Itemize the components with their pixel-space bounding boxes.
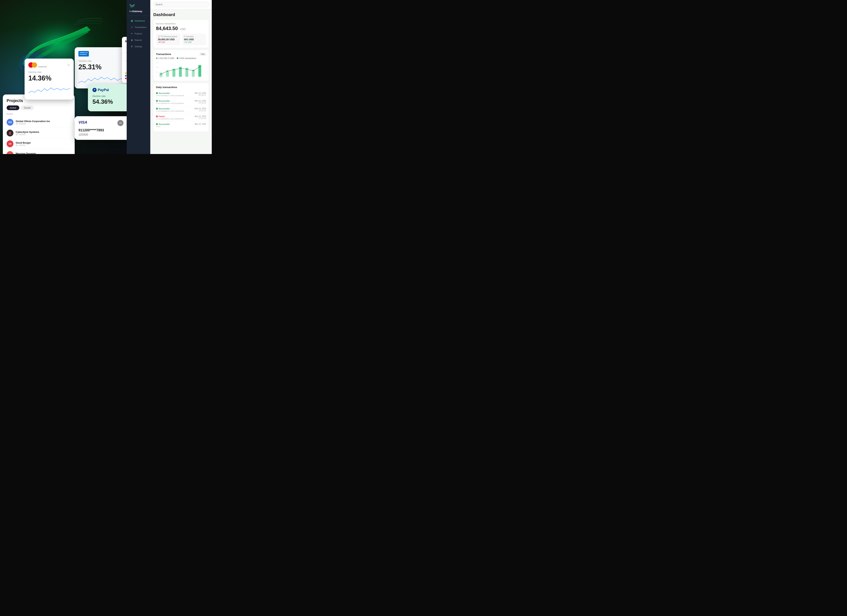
mc-chart bbox=[28, 84, 70, 96]
stat-change-2: +12 USD bbox=[184, 41, 204, 43]
avatar-initials-1: GO bbox=[8, 121, 12, 124]
svg-text:Jan 1: Jan 1 bbox=[159, 77, 162, 78]
project-name-2: Cyberdyne Systems bbox=[16, 131, 71, 133]
main-content: Dashboard Success transactions 84,643.50… bbox=[150, 0, 212, 154]
svg-point-19 bbox=[193, 70, 194, 71]
txn-left-4: ✕ Failed 2715-2a663b3212 4193-2a663b0325 bbox=[156, 115, 195, 120]
brand-name: beGateway bbox=[129, 10, 148, 13]
project-id-2: ID: 743757 bbox=[16, 133, 71, 136]
sidebar-item-dashboard[interactable]: ▦ Dashboard bbox=[128, 18, 149, 24]
project-name-3: Good Burger bbox=[16, 141, 71, 144]
svg-text:2: 2 bbox=[167, 77, 167, 78]
mc-circle-orange bbox=[32, 62, 37, 68]
svg-text:150k: 150k bbox=[156, 62, 159, 63]
dashboard-icon: ▦ bbox=[130, 19, 133, 22]
txn-hash-3: 2715-2a663b3212 4193-2a663b0325 bbox=[156, 110, 195, 112]
transactions-section: Transactions Day 3 312 631.3 USD 3 631 t… bbox=[153, 50, 209, 81]
sidebar-item-settings[interactable]: ⚙ Settings bbox=[128, 43, 149, 50]
amex-card: AMERICANEXPRESS ⚙ Decline rate 25.31% bbox=[75, 47, 128, 88]
svg-text:6: 6 bbox=[192, 77, 193, 78]
projects-card: Projects Active Disabl Project GO Global… bbox=[3, 94, 75, 154]
status-label-3: Successful bbox=[159, 108, 170, 110]
svg-point-14 bbox=[161, 74, 161, 75]
dashboard-body: Dashboard Success transactions 84,643.50… bbox=[150, 9, 212, 135]
svg-point-16 bbox=[173, 69, 174, 70]
right-panel: beGateway ▦ Dashboard ≡ Transactions ✦ P… bbox=[127, 0, 212, 154]
amex-decline-rate: 25.31% bbox=[78, 63, 124, 71]
success-currency: USD bbox=[180, 28, 186, 31]
status-label-5: Successful bbox=[159, 123, 170, 125]
mastercard-card: mastercard ⚙ Decline rate 14.36% bbox=[25, 59, 74, 100]
paypal-decline-rate: 54.36% bbox=[93, 98, 129, 105]
stat-renouncement: 12 737 Renouncement 29,453.20 USD -98 US… bbox=[156, 34, 180, 45]
settings-nav-icon: ⚙ bbox=[130, 45, 133, 48]
transactions-title: Transactions bbox=[156, 53, 171, 56]
dashboard-title: Dashboard bbox=[153, 12, 209, 17]
stat-amount-2: 341 USD bbox=[184, 38, 204, 41]
projects-icon: ✦ bbox=[130, 32, 133, 35]
sidebar-item-transactions[interactable]: ≡ Transactions bbox=[128, 24, 149, 30]
project-id-1: ID: 643616 bbox=[16, 122, 71, 125]
project-name-4: Massive Dynamic bbox=[16, 152, 71, 154]
project-row: Cyberdyne Systems ID: 743757 bbox=[7, 128, 71, 139]
success-amount: 84,643.50 USD bbox=[156, 25, 206, 31]
svg-point-18 bbox=[186, 69, 187, 70]
tab-active[interactable]: Active bbox=[7, 105, 19, 110]
txn-date-5: May 15, 2020 bbox=[195, 123, 206, 125]
success-circle-2: ✓ bbox=[156, 100, 158, 102]
visa-logo: VISA bbox=[78, 120, 87, 125]
us-badge: US bbox=[117, 120, 124, 126]
sidebar-nav: ▦ Dashboard ≡ Transactions ✦ Projects ▮ … bbox=[127, 16, 150, 154]
status-label-1: Successful bbox=[159, 92, 170, 94]
success-circle-3: ✓ bbox=[156, 108, 158, 110]
paypal-card: P PayPal Decline rate 54.36% bbox=[88, 84, 133, 111]
svg-text:100k: 100k bbox=[156, 67, 159, 68]
txn-item-2: ✓ Successful 2715-2a663b7537 4193-2a113b… bbox=[156, 98, 206, 106]
projects-tabs: Active Disabl bbox=[7, 105, 71, 110]
txn-date-1: May 16, 2020 bbox=[195, 92, 206, 94]
txn-date-4: May 15, 2020 bbox=[195, 115, 206, 117]
tab-disabled[interactable]: Disabl bbox=[21, 105, 34, 110]
nav-label-settings: Settings bbox=[134, 45, 142, 48]
txn-item-3: ✓ Successful 2715-2a663b3212 4193-2a663b… bbox=[156, 106, 206, 114]
search-input[interactable] bbox=[153, 2, 209, 7]
visa-card: VISA US ∨ 911200*****7893 12/2020 bbox=[75, 116, 135, 140]
success-transactions-card: Success transactions 84,643.50 USD 12 73… bbox=[153, 20, 209, 48]
legend-dot-red bbox=[125, 78, 127, 79]
visa-header-row: VISA US ∨ bbox=[78, 120, 131, 126]
paypal-logo: P PayPal bbox=[93, 88, 129, 92]
stat-count-2: 5 Canceled bbox=[184, 35, 204, 38]
settings-icon[interactable]: ⚙ bbox=[67, 63, 70, 67]
sidebar-item-reports[interactable]: ▮ Reports bbox=[128, 37, 149, 43]
project-id-3: ID: 632757 bbox=[16, 144, 71, 146]
dot-green bbox=[156, 57, 158, 59]
project-row: MD Massive Dynamic ID: 134574 bbox=[7, 149, 71, 154]
success-circle-5: ✓ bbox=[156, 123, 158, 125]
success-label: Success transactions bbox=[156, 22, 206, 25]
brand-logo-icon bbox=[129, 4, 135, 8]
txn-count-stat: 3 631 transactions bbox=[177, 57, 196, 59]
sidebar-item-projects[interactable]: ✦ Projects bbox=[128, 31, 149, 37]
txn-right-3: May 16, 2020 14:52:16 bbox=[195, 108, 206, 112]
txn-date-2: May 16, 2020 bbox=[195, 100, 206, 102]
stat-change-1: -98 USD bbox=[158, 41, 178, 43]
legend-dot-blue bbox=[125, 75, 127, 77]
mc-brand-label: mastercard bbox=[38, 66, 47, 68]
txn-hash-5: 2715-... bbox=[156, 126, 195, 128]
sidebar: beGateway ▦ Dashboard ≡ Transactions ✦ P… bbox=[127, 0, 150, 154]
visa-card-number: 911200*****7893 bbox=[78, 128, 131, 132]
project-info-2: Cyberdyne Systems ID: 743757 bbox=[16, 131, 71, 136]
project-info-4: Massive Dynamic ID: 134574 bbox=[16, 152, 71, 154]
txn-item-4: ✕ Failed 2715-2a663b3212 4193-2a663b0325… bbox=[156, 114, 206, 121]
stats-row: 12 737 Renouncement 29,453.20 USD -98 US… bbox=[156, 34, 206, 45]
txn-stats: 3 312 631.3 USD 3 631 transactions bbox=[156, 57, 206, 59]
project-avatar-2 bbox=[7, 130, 13, 136]
transactions-header: Transactions Day bbox=[156, 53, 206, 56]
period-badge[interactable]: Day bbox=[200, 53, 206, 56]
project-row: GB Good Burger ID: 632757 bbox=[7, 139, 71, 149]
stat-amount-1: 29,453.20 USD bbox=[158, 38, 178, 41]
svg-point-17 bbox=[180, 68, 181, 69]
sidebar-brand: beGateway bbox=[127, 0, 150, 16]
mastercard-logo: mastercard bbox=[28, 62, 47, 68]
txn-item-1: ✓ Successful 2715-2a253b3112 4193-2a423b… bbox=[156, 90, 206, 98]
